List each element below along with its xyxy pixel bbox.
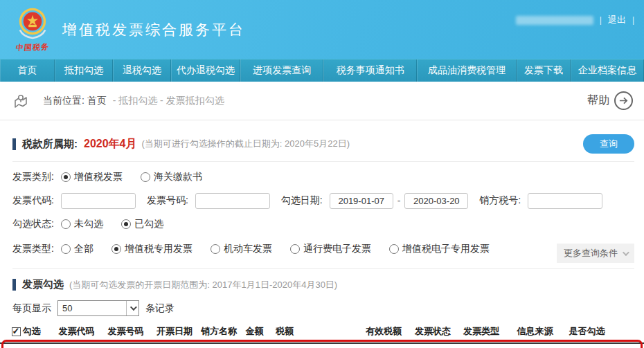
radio-option-vat-electronic-special[interactable]: 增值税电子专用发票: [389, 243, 490, 255]
tax-period-label: 税款所属期:: [22, 138, 78, 151]
more-query-conditions-button[interactable]: 更多查询条件: [557, 244, 634, 263]
header-type: 发票类型: [457, 325, 506, 338]
main-nav: 首页 抵扣勾选 退税勾选 代办退税勾选 进项发票查询 税务事项通知书 成品油消费…: [0, 59, 644, 82]
invoice-code-input[interactable]: [61, 193, 136, 209]
radio-icon[interactable]: [61, 244, 71, 254]
radio-option-checked[interactable]: 已勾选: [121, 218, 163, 230]
invoice-number-input[interactable]: [195, 193, 270, 209]
header-invoice-number: 发票号码: [101, 325, 150, 338]
app-title: 增值税发票综合服务平台: [62, 20, 245, 39]
page-size-value: 50: [62, 303, 72, 313]
table-header-row: 勾选 发票代码 发票号码 开票日期 销方名称 金额 税额 有效税额 发票状态 发…: [0, 322, 644, 344]
invoice-check-note: (当期可勾选发票的开票日期范围为: 2017年1月1日-2020年4月30日): [69, 279, 337, 291]
filter-text-fields: 发票代码: 发票号码: 勾选日期: - 销方税号:: [12, 192, 634, 209]
check-date-label: 勾选日期:: [281, 194, 323, 207]
header-amount: 金额: [239, 325, 270, 338]
invoice-check-section: 发票勾选 (当期可勾选发票的开票日期范围为: 2017年1月1日-2020年4月…: [12, 268, 634, 348]
breadcrumb-current: 当前位置: 首页: [43, 95, 107, 106]
radio-label[interactable]: 未勾选: [74, 218, 103, 230]
header-is-checked: 是否勾选: [564, 325, 609, 338]
header-separator: |: [600, 15, 602, 25]
radio-icon[interactable]: [211, 244, 220, 254]
logo-text: 中国税务: [15, 42, 50, 53]
radio-option-all[interactable]: 全部: [61, 243, 93, 255]
breadcrumb: 当前位置: 首页 - 抵扣勾选 - 发票抵扣勾选: [43, 95, 224, 107]
invoice-code-label: 发票代码:: [12, 194, 54, 207]
more-query-conditions-label: 更多查询条件: [564, 247, 618, 259]
chevron-down-icon: [623, 249, 629, 256]
nav-item-refund-check[interactable]: 退税勾选: [113, 59, 170, 82]
filter-invoice-type: 发票类型: 全部 增值税专用发票 机动车发票 通行费电子发票 增值税电子专用发票: [12, 239, 634, 259]
tax-period-section: 税款所属期: 2020年4月 (当期可进行勾选操作的截止日期为: 2020年5月…: [12, 134, 634, 162]
radio-label[interactable]: 全部: [74, 243, 93, 255]
tax-period-value: 2020年4月: [84, 137, 137, 152]
nav-item-company-profile[interactable]: 企业档案信息: [571, 59, 644, 82]
breadcrumb-row: 当前位置: 首页 - 抵扣勾选 - 发票抵扣勾选 帮助: [0, 82, 644, 120]
select-chevron-down-icon[interactable]: [126, 301, 138, 315]
help-label: 帮助: [587, 93, 609, 108]
header-status: 发票状态: [409, 325, 457, 338]
check-date-field: 勾选日期: -: [281, 193, 469, 209]
radio-option-motor-vehicle[interactable]: 机动车发票: [211, 243, 272, 255]
radio-label[interactable]: 增值税电子专用发票: [402, 243, 490, 255]
radio-icon[interactable]: [290, 244, 300, 254]
nav-item-input-invoice-query[interactable]: 进项发票查询: [240, 59, 323, 82]
radio-option-vat-special[interactable]: 增值税专用发票: [111, 243, 193, 255]
radio-option-toll-electronic[interactable]: 通行费电子发票: [290, 243, 371, 255]
header-invoice-date: 开票日期: [150, 325, 199, 338]
header-effective-tax: 有效税额: [299, 325, 409, 338]
breadcrumb-trail: - 抵扣勾选 - 发票抵扣勾选: [113, 95, 224, 106]
radio-icon[interactable]: [121, 219, 131, 229]
radio-label[interactable]: 通行费电子发票: [303, 243, 371, 255]
nav-item-oil-tax-mgmt[interactable]: 成品油消费税管理: [417, 59, 517, 82]
header-tax: 税额: [270, 325, 299, 338]
check-status-label: 勾选状态:: [12, 218, 54, 230]
nav-item-agent-refund-check[interactable]: 代办退税勾选: [171, 59, 241, 82]
tax-logo: 中国税务: [11, 7, 54, 53]
radio-label[interactable]: 机动车发票: [224, 243, 272, 255]
seller-tax-no-label: 销方税号:: [479, 194, 521, 207]
seller-tax-no-input[interactable]: [528, 193, 602, 209]
radio-label[interactable]: 增值税专用发票: [125, 243, 193, 255]
date-range-separator: -: [397, 195, 401, 206]
page-size-row: 每页显示 50 条记录: [12, 300, 634, 316]
page-size-suffix: 条记录: [145, 302, 175, 315]
header-check: 勾选: [0, 325, 52, 338]
invoice-number-field: 发票号码:: [147, 193, 270, 209]
help-button[interactable]: 帮助: [587, 91, 633, 110]
nav-item-invoice-download[interactable]: 发票下载: [517, 59, 571, 82]
query-button[interactable]: 查询: [583, 134, 634, 154]
radio-label[interactable]: 增值税发票: [74, 171, 123, 183]
radio-icon[interactable]: [141, 172, 150, 182]
invoice-check-title: 发票勾选: [22, 278, 64, 291]
invoice-table: 勾选 发票代码 发票号码 开票日期 销方名称 金额 税额 有效税额 发票状态 发…: [0, 322, 644, 348]
header-separator: |: [632, 15, 634, 25]
location-pin-icon: [12, 93, 29, 109]
invoice-number-label: 发票号码:: [147, 194, 188, 207]
check-date-from-input[interactable]: [330, 193, 393, 209]
radio-option-vat-invoice[interactable]: 增值税发票: [61, 171, 123, 183]
radio-icon[interactable]: [111, 244, 121, 254]
page-size-select[interactable]: 50: [57, 300, 139, 316]
radio-label[interactable]: 海关缴款书: [154, 171, 202, 183]
header-user-area: | 退出 |: [516, 14, 634, 26]
nav-item-deduction-check[interactable]: 抵扣勾选: [55, 59, 113, 82]
page: 中国税务 增值税发票综合服务平台 | 退出 | 首页 抵扣勾选 退税勾选 代办退…: [0, 0, 644, 348]
radio-label[interactable]: 已勾选: [134, 218, 163, 230]
radio-icon[interactable]: [61, 219, 71, 229]
table-row-wrap: 2019-09-28 30997 929.91 929.91 正常 增值税专用发…: [0, 344, 644, 348]
table-row: 2019-09-28 30997 929.91 929.91 正常 增值税专用发…: [0, 344, 644, 348]
seller-tax-no-field: 销方税号:: [479, 193, 602, 209]
nav-item-home[interactable]: 首页: [0, 59, 55, 82]
check-date-to-input[interactable]: [404, 193, 468, 209]
radio-option-unchecked[interactable]: 未勾选: [61, 218, 103, 230]
section-marker: [12, 138, 16, 150]
select-all-checkbox[interactable]: [12, 327, 21, 336]
radio-icon[interactable]: [389, 244, 399, 254]
logout-link[interactable]: 退出: [608, 14, 626, 26]
radio-option-customs-payment[interactable]: 海关缴款书: [141, 171, 202, 183]
nav-item-tax-notice[interactable]: 税务事项通知书: [323, 59, 417, 82]
radio-icon[interactable]: [61, 172, 71, 182]
page-size-prefix: 每页显示: [12, 302, 51, 315]
header-source: 信息来源: [506, 325, 564, 338]
